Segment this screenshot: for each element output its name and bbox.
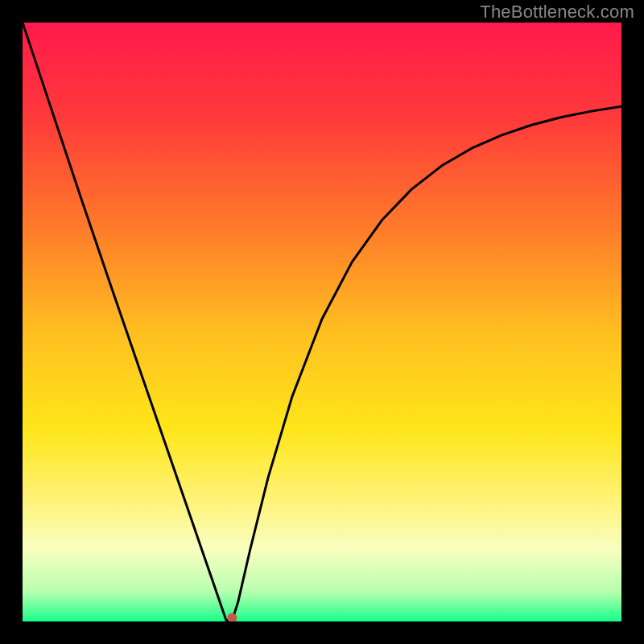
chart-svg	[23, 23, 621, 621]
chart-frame: TheBottleneck.com	[0, 0, 644, 644]
chart-plot-area	[23, 23, 621, 621]
watermark-text: TheBottleneck.com	[480, 2, 634, 23]
